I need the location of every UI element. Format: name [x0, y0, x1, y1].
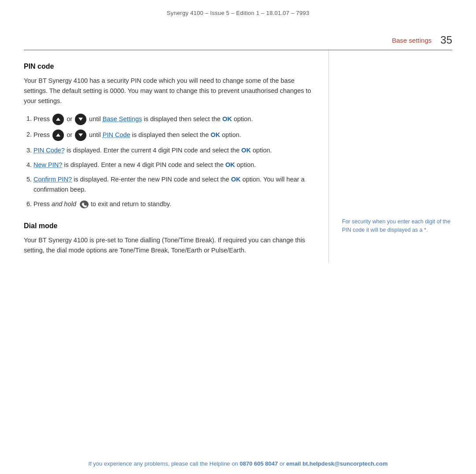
footer-text-mid: or	[278, 460, 286, 467]
dial-section: Dial mode Your BT Synergy 4100 is pre-se…	[24, 222, 315, 256]
or-text-2: or	[67, 131, 74, 138]
up-button-icon-2	[52, 130, 64, 141]
ok-text-4: OK	[225, 161, 235, 168]
pin-step-5: Confirm PIN? is displayed. Re-enter the …	[33, 174, 315, 195]
sidebar-note: For security when you enter each digit o…	[342, 218, 452, 234]
page-number: 35	[440, 34, 452, 46]
pin-step-4: New PIN? is displayed. Enter a new 4 dig…	[33, 160, 315, 170]
pin-intro-text: Your BT Synergy 4100 has a security PIN …	[24, 76, 315, 107]
up-button-icon	[52, 114, 64, 125]
footer-phone: 0870 605 8047	[240, 460, 278, 467]
ok-text-2: OK	[211, 131, 220, 138]
dial-intro-text: Your BT Synergy 4100 is pre-set to Tone …	[24, 235, 315, 256]
pin-step-3: PIN Code? is displayed. Enter the curren…	[33, 145, 315, 156]
dial-section-title: Dial mode	[24, 222, 315, 230]
svg-point-0	[80, 200, 89, 208]
pin-step-1: Press or until Base Settings is displaye…	[33, 114, 315, 125]
base-settings-text: Base Settings	[103, 115, 142, 122]
new-pin-text: New PIN?	[33, 161, 62, 168]
phone-end-icon	[79, 200, 89, 209]
footer-email: email bt.helpdesk@suncorptech.com	[286, 460, 387, 467]
pin-section-title: PIN code	[24, 63, 315, 70]
ok-text-5: OK	[231, 176, 241, 183]
ok-text-1: OK	[222, 115, 232, 122]
confirm-pin-text: Confirm PIN?	[33, 176, 72, 183]
or-text-1: or	[67, 115, 74, 122]
pin-step-6: Press and hold to exit and return to sta…	[33, 199, 315, 209]
footer-text-before: If you experience any problems, please c…	[89, 460, 240, 467]
section-label: Base settings	[392, 37, 431, 44]
pin-code-text: PIN Code	[103, 131, 130, 138]
down-button-icon	[75, 114, 86, 125]
pin-steps-list: Press or until Base Settings is displaye…	[24, 114, 315, 210]
down-button-icon-2	[75, 130, 86, 141]
footer: If you experience any problems, please c…	[0, 454, 476, 474]
pin-step-2: Press or until PIN Code is displayed the…	[33, 130, 315, 141]
page-header: Synergy 4100 – Issue 5 – Edition 1 – 18.…	[0, 0, 476, 21]
pin-code-q-text: PIN Code?	[33, 147, 65, 154]
and-hold-text: and hold	[52, 200, 76, 207]
header-title: Synergy 4100 – Issue 5 – Edition 1 – 18.…	[167, 10, 309, 16]
ok-text-3: OK	[242, 147, 251, 154]
top-right-header: Base settings 35	[0, 21, 476, 50]
pin-section: PIN code Your BT Synergy 4100 has a secu…	[24, 63, 315, 210]
